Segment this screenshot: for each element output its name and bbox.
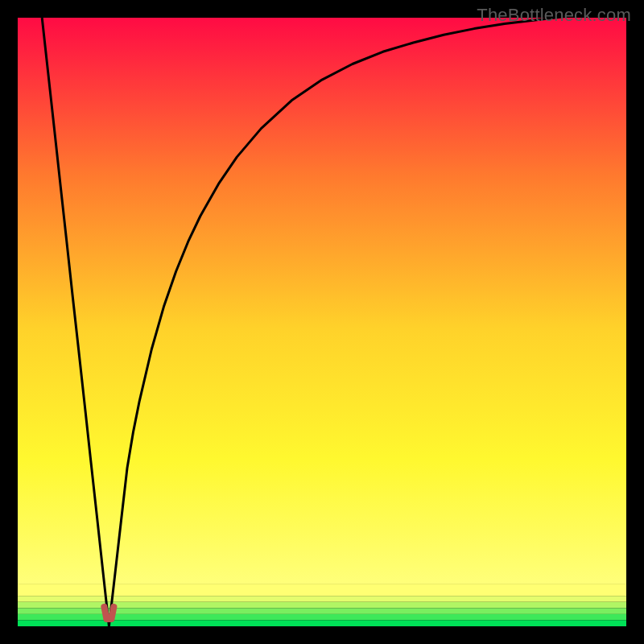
svg-rect-2 — [18, 596, 626, 602]
svg-rect-4 — [18, 608, 626, 614]
svg-rect-3 — [18, 602, 626, 609]
watermark-text: TheBottleneck.com — [477, 5, 631, 26]
chart-canvas: TheBottleneck.com — [0, 0, 644, 644]
plot-area — [18, 18, 626, 626]
svg-rect-1 — [18, 584, 626, 596]
svg-rect-0 — [18, 18, 626, 584]
plot-svg — [18, 18, 626, 626]
